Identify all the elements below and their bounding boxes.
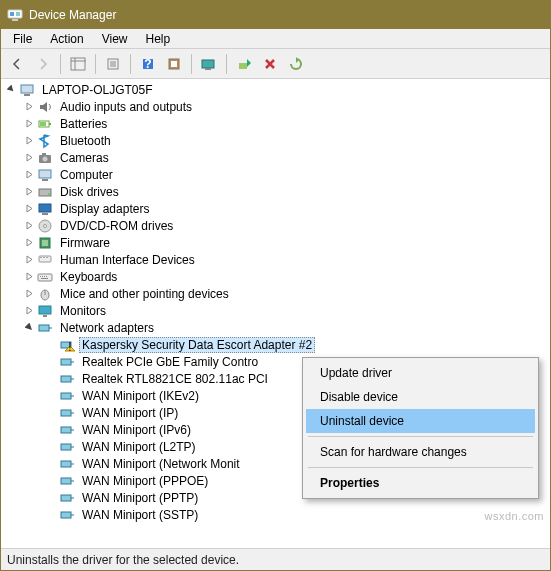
- show-hide-tree-button[interactable]: [66, 52, 90, 76]
- network-adapter-icon: [59, 473, 75, 489]
- app-icon: [7, 7, 23, 23]
- category-label: Display adapters: [57, 201, 152, 217]
- expand-icon[interactable]: [23, 169, 35, 181]
- menu-view[interactable]: View: [94, 30, 136, 48]
- svg-rect-38: [43, 257, 45, 258]
- expand-icon[interactable]: [23, 186, 35, 198]
- network-adapter-icon: [59, 354, 75, 370]
- forward-button[interactable]: [31, 52, 55, 76]
- category-icon: [37, 116, 53, 132]
- svg-rect-14: [171, 61, 177, 67]
- tree-category[interactable]: Keyboards: [1, 268, 550, 285]
- action-button[interactable]: [162, 52, 186, 76]
- menu-action[interactable]: Action: [42, 30, 91, 48]
- svg-rect-68: [61, 478, 71, 484]
- tree-category[interactable]: Network adapters: [1, 319, 550, 336]
- device-label: WAN Miniport (IKEv2): [79, 388, 202, 404]
- tree-category[interactable]: Display adapters: [1, 200, 550, 217]
- ctx-scan[interactable]: Scan for hardware changes: [306, 440, 535, 464]
- svg-rect-40: [38, 274, 52, 281]
- tree-category[interactable]: Bluetooth: [1, 132, 550, 149]
- tree-category[interactable]: Audio inputs and outputs: [1, 98, 550, 115]
- svg-rect-58: [61, 393, 71, 399]
- properties-button[interactable]: [101, 52, 125, 76]
- collapse-icon[interactable]: [23, 322, 35, 334]
- svg-rect-50: [39, 325, 49, 331]
- network-adapter-icon: [59, 422, 75, 438]
- svg-rect-70: [61, 495, 71, 501]
- device-label: WAN Miniport (IPv6): [79, 422, 194, 438]
- category-label: Monitors: [57, 303, 109, 319]
- svg-point-29: [48, 193, 50, 195]
- menu-file[interactable]: File: [5, 30, 40, 48]
- svg-rect-27: [42, 179, 48, 181]
- category-label: Keyboards: [57, 269, 120, 285]
- device-label: WAN Miniport (PPTP): [79, 490, 201, 506]
- expand-icon[interactable]: [23, 254, 35, 266]
- svg-rect-3: [12, 19, 18, 21]
- svg-rect-39: [46, 257, 48, 258]
- svg-rect-49: [43, 315, 47, 317]
- ctx-sep: [308, 467, 533, 468]
- expand-icon[interactable]: [23, 203, 35, 215]
- tree-category[interactable]: Batteries: [1, 115, 550, 132]
- category-icon: [37, 269, 53, 285]
- svg-rect-60: [61, 410, 71, 416]
- menu-help[interactable]: Help: [138, 30, 179, 48]
- category-icon: [37, 286, 53, 302]
- svg-rect-16: [205, 68, 211, 70]
- toolbar-sep: [226, 54, 227, 74]
- update-driver-button[interactable]: [284, 52, 308, 76]
- expand-icon[interactable]: [23, 288, 35, 300]
- disable-button[interactable]: [258, 52, 282, 76]
- device-item[interactable]: WAN Miniport (SSTP): [1, 506, 550, 523]
- tree-root[interactable]: LAPTOP-OLJGT05F: [1, 81, 550, 98]
- status-text: Uninstalls the driver for the selected d…: [7, 553, 239, 567]
- expand-icon[interactable]: [23, 101, 35, 113]
- expand-icon[interactable]: [23, 305, 35, 317]
- collapse-icon[interactable]: [5, 84, 17, 96]
- tree-category[interactable]: Disk drives: [1, 183, 550, 200]
- category-label: Batteries: [57, 116, 110, 132]
- tree-category[interactable]: DVD/CD-ROM drives: [1, 217, 550, 234]
- category-icon: [37, 133, 53, 149]
- svg-text:?: ?: [144, 57, 151, 71]
- ctx-properties[interactable]: Properties: [306, 471, 535, 495]
- expand-icon[interactable]: [23, 152, 35, 164]
- tree-category[interactable]: Human Interface Devices: [1, 251, 550, 268]
- svg-rect-30: [39, 204, 51, 212]
- enable-button[interactable]: [232, 52, 256, 76]
- svg-rect-18: [21, 85, 33, 93]
- tree-category[interactable]: Mice and other pointing devices: [1, 285, 550, 302]
- menubar: File Action View Help: [1, 29, 550, 49]
- category-label: Firmware: [57, 235, 113, 251]
- device-label: WAN Miniport (L2TP): [79, 439, 199, 455]
- tree-category[interactable]: Computer: [1, 166, 550, 183]
- tree-category[interactable]: Cameras: [1, 149, 550, 166]
- svg-rect-62: [61, 427, 71, 433]
- category-label: Network adapters: [57, 320, 157, 336]
- device-item-selected[interactable]: ! Kaspersky Security Data Escort Adapter…: [1, 336, 550, 353]
- back-button[interactable]: [5, 52, 29, 76]
- expand-icon[interactable]: [23, 135, 35, 147]
- ctx-disable-device[interactable]: Disable device: [306, 385, 535, 409]
- help-button[interactable]: ?: [136, 52, 160, 76]
- scan-hardware-button[interactable]: [197, 52, 221, 76]
- toolbar-sep: [130, 54, 131, 74]
- svg-rect-41: [40, 276, 41, 277]
- expand-icon[interactable]: [23, 220, 35, 232]
- device-label: WAN Miniport (PPPOE): [79, 473, 211, 489]
- window-title: Device Manager: [29, 8, 116, 22]
- device-label: WAN Miniport (IP): [79, 405, 181, 421]
- ctx-uninstall-device[interactable]: Uninstall device: [306, 409, 535, 433]
- expand-icon[interactable]: [23, 118, 35, 130]
- expand-icon[interactable]: [23, 271, 35, 283]
- expand-icon[interactable]: [23, 237, 35, 249]
- svg-rect-54: [61, 359, 71, 365]
- tree-category[interactable]: Firmware: [1, 234, 550, 251]
- category-label: Computer: [57, 167, 116, 183]
- category-icon: [37, 99, 53, 115]
- tree-category[interactable]: Monitors: [1, 302, 550, 319]
- toolbar-sep: [60, 54, 61, 74]
- ctx-update-driver[interactable]: Update driver: [306, 361, 535, 385]
